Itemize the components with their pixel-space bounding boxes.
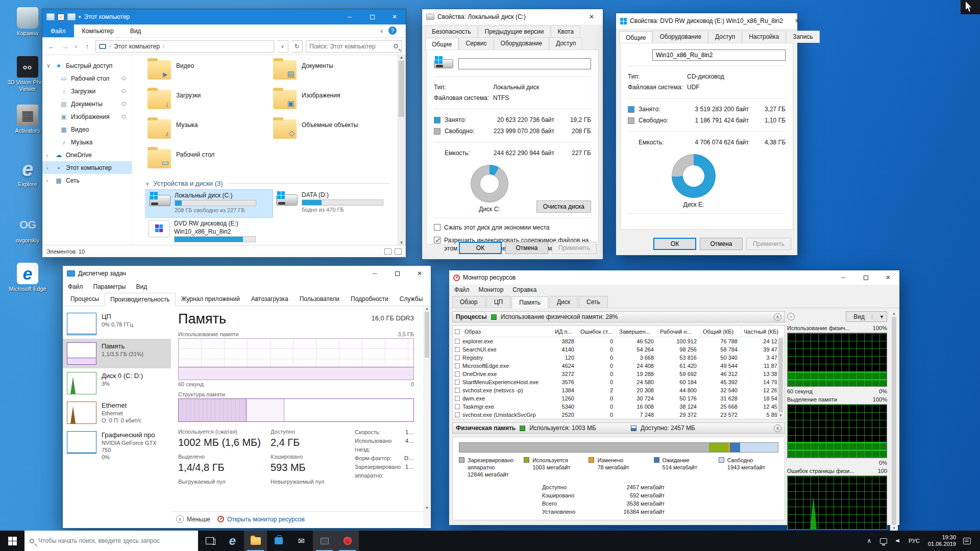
sidebar-item[interactable]: ▦ Видео xyxy=(42,123,132,136)
taskmgr-tab[interactable]: Производительность xyxy=(105,293,175,306)
scroll-down-icon[interactable]: ▼ xyxy=(400,240,404,245)
taskmgr-tab[interactable]: Подробности xyxy=(345,292,394,306)
dialog-tab[interactable]: Оборудование xyxy=(653,31,708,43)
row-checkbox[interactable] xyxy=(455,363,460,368)
view-button[interactable]: Вид ▼ xyxy=(846,311,887,322)
menu-item[interactable]: Файл xyxy=(68,283,83,290)
taskbar-search-input[interactable] xyxy=(38,537,193,544)
clock[interactable]: 19:30 01.06.2019 xyxy=(924,534,960,547)
network-icon[interactable] xyxy=(877,538,890,544)
scroll-thumb[interactable] xyxy=(892,317,896,525)
dialog-button[interactable]: ОК xyxy=(653,238,696,250)
dialog-title-bar[interactable]: Свойства: Локальный диск (C:) ✕ xyxy=(422,9,603,24)
close-icon[interactable]: ✕ xyxy=(580,9,603,24)
qat-dropdown-icon[interactable]: ▾ xyxy=(79,14,81,19)
process-row[interactable]: explorer.exe 3828 0 46 520 100 912 76 78… xyxy=(453,337,785,345)
drive-tile[interactable]: DATA (D:) бодно из 470 ГБ xyxy=(273,189,397,218)
row-checkbox[interactable] xyxy=(455,412,460,417)
scroll-down-icon[interactable]: ▼ xyxy=(892,526,896,531)
collapse-icon[interactable]: ∧ xyxy=(774,424,781,432)
scroll-down-icon[interactable]: ▼ xyxy=(779,413,783,418)
sidebar-item[interactable]: › ▦ Сеть xyxy=(42,174,132,187)
dialog-tab[interactable]: Безопасность xyxy=(425,26,478,37)
scroll-thumb[interactable] xyxy=(425,312,429,358)
taskmgr-tab[interactable]: Процессы xyxy=(65,292,105,306)
dialog-tab[interactable]: Квота xyxy=(551,26,580,37)
checkbox[interactable] xyxy=(434,224,440,231)
row-checkbox[interactable] xyxy=(455,380,460,385)
disk-cleanup-button[interactable]: Очистка диска xyxy=(536,201,591,213)
recent-locations-icon[interactable]: ∨ xyxy=(73,44,79,49)
table-scrollbar[interactable]: ▼ xyxy=(777,337,785,419)
process-row[interactable]: svchost.exe (UnistackSvcGrp 2520 0 7 248… xyxy=(453,411,785,419)
explorer-search-box[interactable] xyxy=(306,40,402,53)
sidebar-item[interactable]: ▣ Изображения xyxy=(42,110,132,123)
process-row[interactable]: SearchUI.exe 4140 0 54 264 98 256 58 784… xyxy=(453,345,785,354)
resmon-tab[interactable]: Память xyxy=(511,296,548,308)
process-row[interactable]: StartMenuExperienceHost.exe 3576 0 24 58… xyxy=(453,378,785,386)
maximize-button[interactable] xyxy=(854,270,877,285)
dialog-tab[interactable]: Оборудование xyxy=(494,37,549,49)
taskbar-app-button-7[interactable] xyxy=(313,531,336,551)
resmon-title-bar[interactable]: Монитор ресурсов ─ ✕ xyxy=(449,270,899,285)
minimize-button[interactable]: ─ xyxy=(338,9,361,24)
perf-sidebar-item[interactable]: ЦП 0% 0,78 ГГц xyxy=(63,309,171,339)
row-checkbox[interactable] xyxy=(455,371,460,377)
sidebar-item[interactable]: › ☁ OneDrive xyxy=(42,148,132,161)
collapse-icon[interactable]: ∧ xyxy=(774,313,781,321)
menu-item[interactable]: Справка xyxy=(512,286,536,293)
ribbon-collapse-icon[interactable]: ∨ xyxy=(380,28,383,34)
minimize-button[interactable]: ─ xyxy=(832,270,854,285)
taskbar-store-button[interactable] xyxy=(267,531,290,551)
taskbar-app-button-8[interactable] xyxy=(336,531,359,551)
row-checkbox[interactable] xyxy=(455,404,460,409)
process-row[interactable]: OneDrive.exe 3272 0 19 288 59 692 46 312… xyxy=(453,370,785,378)
forward-icon[interactable]: → xyxy=(60,42,70,51)
drive-tile[interactable]: Локальный диск (C:) 208 ГБ свободно из 2… xyxy=(145,189,273,218)
perf-sidebar-item[interactable]: Графический про NVIDIA GeForce GTX 750 0… xyxy=(63,428,171,464)
scroll-thumb[interactable] xyxy=(778,338,783,412)
sidebar-item[interactable]: ▤ Документы xyxy=(42,97,132,110)
help-icon[interactable]: ? xyxy=(388,27,397,35)
action-center-icon[interactable] xyxy=(963,538,971,544)
dialog-tab[interactable]: Общие xyxy=(425,38,458,50)
sidebar-item[interactable]: ♪ Музыка xyxy=(42,136,132,148)
process-row[interactable]: Taskmgr.exe 5340 0 16 008 38 124 25 668 … xyxy=(453,403,785,411)
dialog-title-bar[interactable]: Свойства: DVD RW дисковод (E:) Win10_x86… xyxy=(616,13,797,29)
taskmgr-scrollbar[interactable]: ▲ ▼ xyxy=(423,306,431,527)
processes-panel-header[interactable]: Процессы Использование физической памяти… xyxy=(452,311,785,322)
process-row[interactable]: dwm.exe 1260 0 30 724 50 176 31 628 18 5… xyxy=(453,394,785,403)
open-resource-monitor-link[interactable]: Открыть монитор ресурсов xyxy=(217,516,305,523)
process-row[interactable]: MicrosoftEdge.exe 4624 0 24 408 61 420 4… xyxy=(453,362,785,370)
dialog-tab[interactable]: Общие xyxy=(619,31,652,43)
scroll-up-icon[interactable]: ▲ xyxy=(425,306,429,311)
volume-label-input[interactable] xyxy=(458,58,591,69)
taskmgr-tab[interactable]: Автозагрузка xyxy=(246,292,294,306)
dialog-button[interactable]: Отмена xyxy=(700,238,743,250)
drive-tile[interactable]: DVD RW дисковод (E:) Win10_x86_Ru_8in2 xyxy=(145,218,273,245)
explorer-title-bar[interactable]: ✓ ▾ Этот компьютер ─ ✕ xyxy=(42,9,406,24)
explorer-scrollbar[interactable]: ▲ ▼ xyxy=(397,55,406,245)
desktop-icon-edge[interactable]: e Microsoft Edge xyxy=(4,263,51,292)
collapse-chevron-icon[interactable]: ∨ xyxy=(145,181,149,186)
breadcrumb[interactable]: Этот компьютер xyxy=(114,43,160,50)
perf-sidebar-item[interactable]: Диск 0 (C: D:) 3% xyxy=(63,368,171,398)
address-box[interactable]: › Этот компьютер › xyxy=(95,40,274,53)
menu-item[interactable]: Файл xyxy=(454,286,470,293)
close-icon[interactable]: ✕ xyxy=(786,13,808,29)
dialog-tab[interactable]: Сервис xyxy=(459,37,493,49)
dialog-button[interactable]: ОК xyxy=(459,242,502,254)
taskmgr-tab[interactable]: Службы xyxy=(394,292,428,306)
expand-chevron-icon[interactable]: › xyxy=(46,178,52,184)
volume-label-input[interactable] xyxy=(652,49,786,61)
resmon-tab[interactable]: ЦП xyxy=(486,296,511,308)
processes-table-header[interactable]: Образ ИД п... Ошибок ст... Завершен... Р… xyxy=(453,326,785,337)
scroll-up-icon[interactable]: ▲ xyxy=(400,55,404,60)
dialog-tab[interactable]: Доступ xyxy=(549,37,582,49)
sidebar-item[interactable]: ▭ Рабочий стол xyxy=(42,72,132,85)
dialog-tab[interactable]: Настройка xyxy=(742,31,786,43)
resmon-tab[interactable]: Сеть xyxy=(579,296,608,308)
folder-tile[interactable]: ↓ Загрузки xyxy=(145,88,271,117)
taskbar-search-box[interactable] xyxy=(24,531,198,551)
folder-tile[interactable]: ▭ Рабочий стол xyxy=(145,147,271,177)
